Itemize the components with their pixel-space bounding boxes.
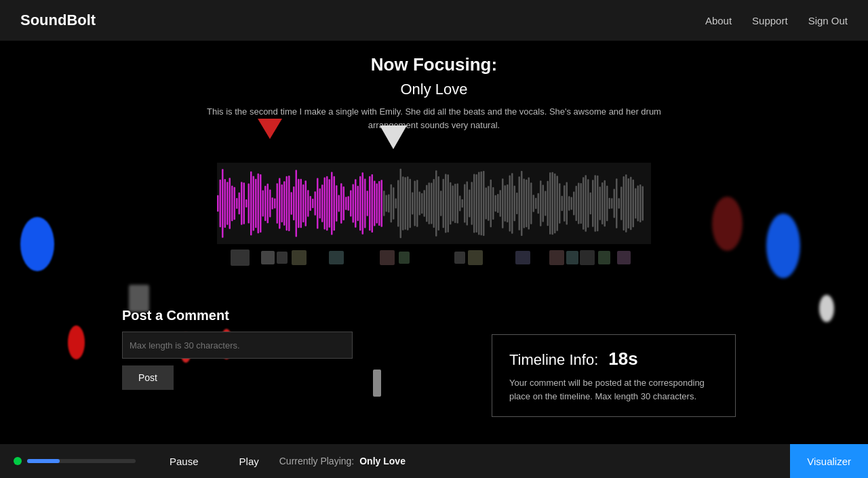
progress-bar-fill (27, 459, 60, 463)
svg-rect-164 (604, 180, 606, 227)
svg-rect-13 (245, 199, 248, 207)
svg-rect-7 (231, 186, 233, 222)
currently-playing-label: Currently Playing: (279, 456, 355, 466)
blob-blue-left (20, 217, 54, 271)
svg-rect-159 (592, 180, 594, 226)
svg-rect-22 (267, 184, 269, 223)
svg-rect-119 (497, 194, 499, 213)
svg-rect-68 (376, 183, 378, 223)
svg-rect-26 (277, 183, 279, 223)
svg-rect-32 (291, 192, 293, 214)
svg-rect-34 (296, 170, 298, 237)
svg-rect-88 (424, 190, 426, 216)
svg-rect-24 (272, 197, 274, 210)
svg-rect-163 (601, 182, 604, 224)
post-comment-label: Post a Comment (122, 308, 380, 323)
svg-rect-12 (243, 182, 245, 224)
svg-rect-176 (633, 180, 635, 228)
svg-rect-93 (435, 170, 437, 237)
svg-rect-109 (473, 174, 475, 233)
svg-rect-155 (583, 177, 585, 229)
svg-rect-157 (587, 179, 589, 228)
svg-rect-39 (307, 190, 309, 217)
waveform-svg[interactable] (217, 163, 651, 244)
svg-rect-8 (234, 187, 236, 220)
svg-rect-96 (443, 179, 445, 228)
timeline-seconds: 18s (608, 348, 637, 370)
svg-rect-17 (255, 179, 257, 228)
svg-rect-152 (576, 186, 578, 221)
svg-rect-140 (547, 181, 549, 226)
svg-rect-147 (564, 185, 566, 222)
svg-rect-76 (395, 199, 397, 209)
pause-button[interactable]: Pause (170, 456, 199, 467)
svg-rect-169 (616, 178, 618, 228)
svg-rect-83 (412, 192, 414, 214)
svg-rect-6 (229, 178, 231, 229)
svg-rect-72 (386, 195, 388, 212)
waveform-container (217, 163, 651, 244)
comment-icon (277, 252, 288, 264)
comment-icon (617, 251, 631, 264)
svg-rect-67 (374, 180, 376, 226)
comment-input[interactable] (122, 332, 353, 359)
svg-rect-170 (618, 198, 620, 209)
svg-rect-60 (357, 186, 359, 221)
svg-rect-59 (355, 179, 357, 228)
support-link[interactable]: Support (752, 15, 788, 26)
progress-area (14, 457, 149, 465)
svg-rect-55 (345, 197, 347, 210)
about-link[interactable]: About (705, 15, 732, 26)
signout-link[interactable]: Sign Out (808, 15, 848, 26)
svg-rect-165 (606, 186, 608, 222)
svg-rect-160 (595, 175, 597, 231)
svg-rect-114 (486, 188, 488, 220)
svg-rect-44 (319, 188, 321, 218)
svg-rect-74 (391, 184, 393, 223)
svg-rect-14 (248, 183, 250, 223)
svg-rect-102 (457, 183, 459, 223)
svg-rect-116 (490, 180, 492, 227)
nav-links: About Support Sign Out (705, 15, 848, 26)
svg-rect-108 (471, 182, 473, 225)
progress-bar-bg[interactable] (27, 459, 136, 463)
svg-rect-134 (533, 195, 535, 212)
post-button[interactable]: Post (122, 365, 174, 390)
svg-rect-107 (469, 190, 471, 218)
svg-rect-151 (573, 192, 575, 216)
svg-rect-78 (400, 169, 402, 239)
blob-dark-red-right (712, 197, 743, 251)
svg-rect-56 (348, 196, 350, 211)
svg-rect-79 (402, 176, 404, 231)
progress-dot (14, 457, 22, 465)
svg-rect-36 (300, 179, 302, 228)
svg-rect-25 (274, 198, 276, 208)
play-button[interactable]: Play (239, 456, 259, 467)
svg-rect-129 (521, 171, 523, 236)
svg-rect-62 (362, 172, 364, 235)
svg-rect-38 (305, 180, 307, 226)
svg-rect-149 (568, 196, 570, 210)
svg-rect-1 (217, 195, 219, 212)
comment-icon (580, 250, 595, 265)
svg-rect-179 (639, 184, 642, 222)
svg-rect-90 (429, 182, 431, 224)
blob-red-left (68, 325, 85, 359)
svg-rect-146 (561, 196, 564, 211)
svg-rect-23 (269, 190, 271, 218)
visualizer-button[interactable]: Visualizer (790, 444, 868, 478)
svg-rect-133 (530, 182, 532, 224)
svg-rect-52 (338, 195, 340, 212)
svg-rect-66 (372, 174, 374, 233)
svg-rect-27 (279, 178, 281, 229)
timeline-info-label: Timeline Info: (509, 351, 598, 369)
svg-rect-121 (502, 178, 504, 228)
comment-icon (261, 251, 275, 264)
svg-rect-51 (336, 185, 338, 221)
svg-rect-75 (393, 187, 395, 220)
svg-rect-173 (625, 174, 627, 232)
svg-rect-4 (224, 179, 226, 228)
svg-rect-98 (448, 174, 450, 233)
svg-rect-156 (585, 175, 587, 231)
svg-rect-63 (364, 179, 366, 228)
